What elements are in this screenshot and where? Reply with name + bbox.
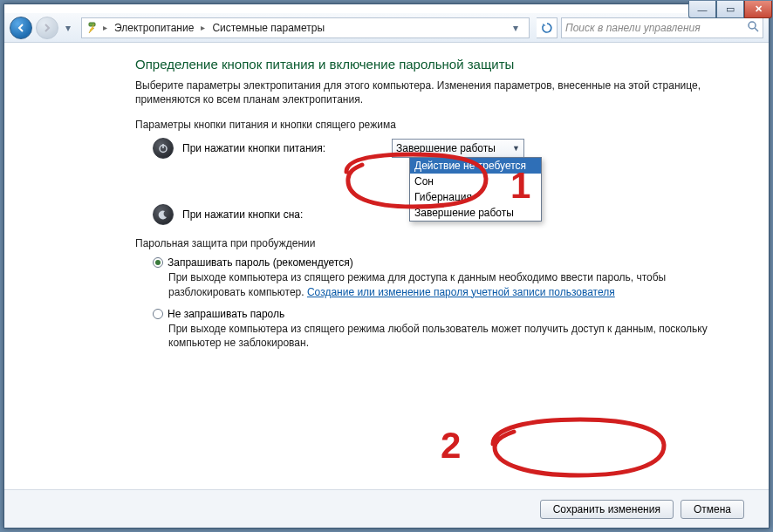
radio-group-password: Запрашивать пароль (рекомендуется) При в… (153, 256, 716, 350)
title-bar (4, 4, 769, 13)
address-bar[interactable]: ▸ Электропитание ▸ Системные параметры ▾ (81, 17, 530, 38)
page-intro: Выберите параметры электропитания для эт… (135, 78, 716, 106)
address-dropdown-icon[interactable]: ▾ (508, 22, 523, 34)
breadcrumb-separator-icon: ▸ (199, 23, 207, 32)
page-title: Определение кнопок питания и включение п… (135, 57, 716, 72)
breadcrumb-segment-2[interactable]: Системные параметры (209, 22, 328, 34)
radio-dont-require-password[interactable] (153, 309, 163, 319)
search-icon (747, 20, 759, 35)
chevron-down-icon: ▼ (512, 144, 520, 153)
control-panel-window: — ▭ ✕ ▾ ▸ Электропитание ▸ Системные пар… (3, 3, 770, 529)
maximize-button[interactable]: ▭ (716, 1, 744, 18)
content-area: Определение кнопок питания и включение п… (4, 43, 769, 528)
save-button[interactable]: Сохранить изменения (540, 500, 674, 519)
breadcrumb-separator-icon: ▸ (101, 23, 109, 32)
radio-dont-require-password-description: При выходе компьютера из спящего режима … (168, 322, 716, 350)
power-button-label: При нажатии кнопки питания: (182, 142, 392, 154)
radio-dont-require-password-label: Не запрашивать пароль (168, 308, 284, 320)
power-button-action-select[interactable]: Завершение работы ▼ (392, 139, 524, 158)
refresh-button[interactable] (537, 17, 558, 38)
radio-require-password-description: При выходе компьютера из спящего режима … (168, 270, 716, 298)
power-action-dropdown: Действие не требуется Сон Гибернация Зав… (409, 157, 542, 222)
sleep-icon (153, 204, 174, 225)
option-no-action[interactable]: Действие не требуется (410, 158, 541, 174)
cancel-button[interactable]: Отмена (681, 500, 744, 519)
back-button[interactable] (10, 17, 32, 39)
option-shutdown[interactable]: Завершение работы (410, 205, 541, 221)
nav-history-dropdown[interactable]: ▾ (62, 18, 74, 38)
power-plan-icon (86, 21, 99, 35)
svg-rect-0 (89, 23, 95, 26)
close-button[interactable]: ✕ (744, 1, 772, 18)
search-placeholder: Поиск в панели управления (565, 22, 701, 34)
option-hibernate[interactable]: Гибернация (410, 189, 541, 205)
search-input[interactable]: Поиск в панели управления (561, 17, 763, 38)
combo-value: Завершение работы (396, 142, 496, 154)
forward-button[interactable] (36, 17, 58, 39)
section-password-protection: Парольная защита при пробуждении (135, 237, 716, 249)
sleep-button-label: При нажатии кнопки сна: (182, 208, 392, 221)
navigation-bar: ▾ ▸ Электропитание ▸ Системные параметры… (4, 13, 769, 43)
footer-bar: Сохранить изменения Отмена (4, 489, 769, 528)
svg-point-1 (749, 22, 756, 29)
power-button-row: При нажатии кнопки питания: Завершение р… (153, 138, 716, 159)
section-power-buttons: Параметры кнопки питания и кнопки спящег… (135, 119, 716, 131)
option-sleep[interactable]: Сон (410, 174, 541, 189)
radio-require-password-label: Запрашивать пароль (рекомендуется) (168, 256, 353, 269)
breadcrumb-segment-1[interactable]: Электропитание (111, 22, 197, 34)
radio-require-password[interactable] (153, 257, 163, 268)
svg-line-2 (755, 28, 758, 31)
power-icon (153, 138, 174, 159)
create-change-password-link[interactable]: Создание или изменение пароля учетной за… (307, 286, 615, 298)
window-controls: — ▭ ✕ (688, 1, 772, 18)
minimize-button[interactable]: — (688, 1, 716, 18)
